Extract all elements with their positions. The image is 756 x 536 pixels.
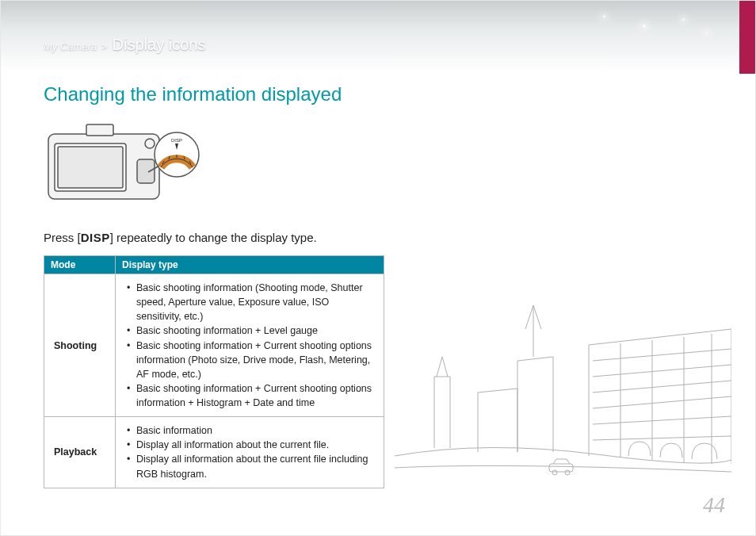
sparkle-decoration	[603, 15, 605, 17]
svg-line-20	[593, 365, 731, 377]
svg-rect-5	[137, 159, 155, 183]
type-cell-shooting: Basic shooting information (Shooting mod…	[116, 274, 384, 417]
display-type-table: Mode Display type Shooting Basic shootin…	[44, 255, 384, 488]
list-item: Basic shooting information (Shooting mod…	[127, 281, 376, 324]
svg-rect-2	[58, 147, 123, 188]
page-number: 44	[703, 492, 725, 518]
chapter-side-tab	[739, 1, 755, 74]
list-item: Basic shooting information + Current sho…	[127, 339, 376, 381]
instruction-text: Press [DISP] repeatedly to change the di…	[44, 231, 731, 244]
svg-line-21	[593, 381, 731, 392]
svg-point-26	[552, 470, 557, 475]
mode-cell-shooting: Shooting	[44, 274, 116, 417]
mode-cell-playback: Playback	[44, 417, 116, 488]
svg-line-22	[593, 396, 731, 408]
type-cell-playback: Basic information Display all informatio…	[116, 417, 384, 488]
instruction-pre: Press [	[44, 231, 81, 244]
header-divider	[32, 59, 731, 60]
instruction-post: ] repeatedly to change the display type.	[110, 231, 317, 244]
disp-button-label: DISP	[81, 231, 110, 244]
cityscape-illustration	[391, 281, 731, 488]
table-header-mode: Mode	[44, 256, 116, 274]
list-item: Basic information	[127, 423, 376, 438]
svg-line-23	[593, 416, 731, 424]
section-title: Changing the information displayed	[44, 83, 731, 105]
page-container: My Camera > Display icons Changing the i…	[0, 0, 756, 536]
sparkle-decoration	[682, 18, 685, 21]
sparkle-decoration	[706, 33, 708, 34]
svg-line-19	[593, 349, 731, 361]
list-item: Display all information about the curren…	[127, 438, 376, 452]
breadcrumb-separator: >	[100, 40, 109, 52]
list-item: Basic shooting information + Current sho…	[127, 381, 376, 410]
svg-point-4	[145, 139, 155, 148]
camera-illustration: DISP	[44, 120, 202, 215]
breadcrumb-leaf: Display icons	[113, 36, 206, 53]
sparkle-decoration	[643, 25, 646, 28]
list-item: Display all information about the curren…	[127, 452, 376, 480]
table-row: Shooting Basic shooting information (Sho…	[44, 274, 384, 417]
breadcrumb-root: My Camera	[44, 40, 97, 52]
svg-point-27	[565, 470, 570, 475]
disp-callout-label: DISP	[171, 138, 182, 143]
header-bar: My Camera > Display icons	[1, 1, 755, 72]
svg-rect-3	[86, 124, 113, 136]
svg-rect-25	[549, 464, 573, 472]
table-header-type: Display type	[116, 256, 384, 274]
table-row: Playback Basic information Display all i…	[44, 417, 384, 488]
breadcrumb: My Camera > Display icons	[44, 36, 205, 54]
list-item: Basic shooting information + Level gauge	[127, 324, 376, 338]
svg-line-24	[593, 436, 731, 440]
